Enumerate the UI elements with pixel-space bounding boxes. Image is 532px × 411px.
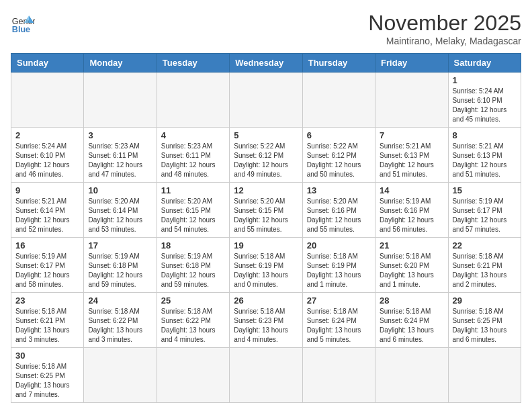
day-number: 7 bbox=[380, 130, 443, 140]
day-number: 18 bbox=[161, 240, 225, 250]
calendar-cell bbox=[157, 73, 229, 128]
day-number: 25 bbox=[161, 295, 225, 306]
day-number: 28 bbox=[380, 295, 443, 306]
day-number: 9 bbox=[15, 185, 79, 195]
day-number: 12 bbox=[234, 185, 298, 195]
day-number: 5 bbox=[234, 130, 298, 140]
day-info: Sunrise: 5:18 AM Sunset: 6:22 PM Dayligh… bbox=[161, 307, 225, 345]
day-info: Sunrise: 5:21 AM Sunset: 6:14 PM Dayligh… bbox=[15, 197, 79, 234]
calendar-cell: 21Sunrise: 5:18 AM Sunset: 6:20 PM Dayli… bbox=[375, 238, 448, 293]
day-info: Sunrise: 5:18 AM Sunset: 6:21 PM Dayligh… bbox=[15, 307, 79, 345]
calendar-cell bbox=[11, 73, 84, 128]
calendar-table: SundayMondayTuesdayWednesdayThursdayFrid… bbox=[11, 53, 521, 403]
calendar-cell bbox=[375, 348, 448, 403]
day-info: Sunrise: 5:21 AM Sunset: 6:13 PM Dayligh… bbox=[453, 142, 517, 179]
day-info: Sunrise: 5:20 AM Sunset: 6:15 PM Dayligh… bbox=[234, 197, 298, 234]
calendar-week-row: 23Sunrise: 5:18 AM Sunset: 6:21 PM Dayli… bbox=[11, 293, 521, 348]
logo: General Blue bbox=[11, 11, 35, 35]
calendar-week-row: 30Sunrise: 5:18 AM Sunset: 6:25 PM Dayli… bbox=[11, 348, 521, 403]
calendar-cell bbox=[448, 348, 521, 403]
calendar-week-row: 16Sunrise: 5:19 AM Sunset: 6:17 PM Dayli… bbox=[11, 238, 521, 293]
day-number: 20 bbox=[307, 240, 371, 250]
calendar-cell: 5Sunrise: 5:22 AM Sunset: 6:12 PM Daylig… bbox=[230, 128, 302, 183]
weekday-header-saturday: Saturday bbox=[448, 54, 521, 73]
day-number: 15 bbox=[453, 185, 517, 195]
calendar-cell: 17Sunrise: 5:19 AM Sunset: 6:18 PM Dayli… bbox=[84, 238, 157, 293]
calendar-cell: 19Sunrise: 5:18 AM Sunset: 6:19 PM Dayli… bbox=[230, 238, 302, 293]
day-info: Sunrise: 5:23 AM Sunset: 6:11 PM Dayligh… bbox=[161, 142, 225, 179]
title-area: November 2025 Maintirano, Melaky, Madaga… bbox=[368, 11, 521, 46]
calendar-cell: 22Sunrise: 5:18 AM Sunset: 6:21 PM Dayli… bbox=[448, 238, 521, 293]
day-number: 30 bbox=[15, 351, 79, 361]
calendar-cell: 7Sunrise: 5:21 AM Sunset: 6:13 PM Daylig… bbox=[375, 128, 448, 183]
day-info: Sunrise: 5:23 AM Sunset: 6:11 PM Dayligh… bbox=[88, 142, 152, 179]
calendar-cell: 28Sunrise: 5:18 AM Sunset: 6:24 PM Dayli… bbox=[375, 293, 448, 348]
calendar-cell bbox=[84, 348, 157, 403]
calendar-cell bbox=[302, 73, 375, 128]
calendar-cell bbox=[302, 348, 375, 403]
day-number: 21 bbox=[380, 240, 443, 250]
calendar-cell: 23Sunrise: 5:18 AM Sunset: 6:21 PM Dayli… bbox=[11, 293, 84, 348]
calendar-cell bbox=[230, 348, 302, 403]
weekday-header-monday: Monday bbox=[84, 54, 157, 73]
day-info: Sunrise: 5:18 AM Sunset: 6:19 PM Dayligh… bbox=[307, 252, 371, 289]
day-info: Sunrise: 5:22 AM Sunset: 6:12 PM Dayligh… bbox=[234, 142, 298, 179]
day-info: Sunrise: 5:21 AM Sunset: 6:13 PM Dayligh… bbox=[380, 142, 443, 179]
day-number: 17 bbox=[88, 240, 152, 250]
day-info: Sunrise: 5:18 AM Sunset: 6:23 PM Dayligh… bbox=[234, 307, 298, 345]
day-number: 19 bbox=[234, 240, 298, 250]
logo-icon: General Blue bbox=[11, 11, 35, 35]
day-info: Sunrise: 5:18 AM Sunset: 6:22 PM Dayligh… bbox=[88, 307, 152, 345]
day-number: 23 bbox=[15, 295, 79, 306]
day-info: Sunrise: 5:20 AM Sunset: 6:14 PM Dayligh… bbox=[88, 197, 152, 234]
calendar-cell: 29Sunrise: 5:18 AM Sunset: 6:25 PM Dayli… bbox=[448, 293, 521, 348]
day-info: Sunrise: 5:24 AM Sunset: 6:10 PM Dayligh… bbox=[15, 142, 79, 179]
day-info: Sunrise: 5:18 AM Sunset: 6:19 PM Dayligh… bbox=[234, 252, 298, 289]
calendar-cell: 27Sunrise: 5:18 AM Sunset: 6:24 PM Dayli… bbox=[302, 293, 375, 348]
day-number: 26 bbox=[234, 295, 298, 306]
calendar-cell: 11Sunrise: 5:20 AM Sunset: 6:15 PM Dayli… bbox=[157, 183, 229, 238]
calendar-cell: 2Sunrise: 5:24 AM Sunset: 6:10 PM Daylig… bbox=[11, 128, 84, 183]
day-number: 27 bbox=[307, 295, 371, 306]
weekday-header-wednesday: Wednesday bbox=[230, 54, 302, 73]
calendar-week-row: 9Sunrise: 5:21 AM Sunset: 6:14 PM Daylig… bbox=[11, 183, 521, 238]
day-number: 24 bbox=[88, 295, 152, 306]
calendar-cell bbox=[230, 73, 302, 128]
calendar-cell: 15Sunrise: 5:19 AM Sunset: 6:17 PM Dayli… bbox=[448, 183, 521, 238]
day-info: Sunrise: 5:19 AM Sunset: 6:17 PM Dayligh… bbox=[15, 252, 79, 289]
day-info: Sunrise: 5:22 AM Sunset: 6:12 PM Dayligh… bbox=[307, 142, 371, 179]
day-number: 13 bbox=[307, 185, 371, 195]
calendar-cell: 20Sunrise: 5:18 AM Sunset: 6:19 PM Dayli… bbox=[302, 238, 375, 293]
day-number: 6 bbox=[307, 130, 371, 140]
day-info: Sunrise: 5:20 AM Sunset: 6:15 PM Dayligh… bbox=[161, 197, 225, 234]
day-info: Sunrise: 5:24 AM Sunset: 6:10 PM Dayligh… bbox=[453, 87, 517, 124]
day-info: Sunrise: 5:18 AM Sunset: 6:21 PM Dayligh… bbox=[453, 252, 517, 289]
month-year-title: November 2025 bbox=[368, 11, 521, 36]
day-info: Sunrise: 5:18 AM Sunset: 6:24 PM Dayligh… bbox=[307, 307, 371, 345]
calendar-cell: 25Sunrise: 5:18 AM Sunset: 6:22 PM Dayli… bbox=[157, 293, 229, 348]
calendar-cell: 13Sunrise: 5:20 AM Sunset: 6:16 PM Dayli… bbox=[302, 183, 375, 238]
day-number: 14 bbox=[380, 185, 443, 195]
calendar-cell: 8Sunrise: 5:21 AM Sunset: 6:13 PM Daylig… bbox=[448, 128, 521, 183]
day-info: Sunrise: 5:18 AM Sunset: 6:24 PM Dayligh… bbox=[380, 307, 443, 345]
day-info: Sunrise: 5:18 AM Sunset: 6:25 PM Dayligh… bbox=[453, 307, 517, 345]
calendar-cell: 9Sunrise: 5:21 AM Sunset: 6:14 PM Daylig… bbox=[11, 183, 84, 238]
day-number: 1 bbox=[453, 75, 517, 85]
day-number: 3 bbox=[88, 130, 152, 140]
weekday-header-tuesday: Tuesday bbox=[157, 54, 229, 73]
calendar-cell bbox=[84, 73, 157, 128]
calendar-week-row: 2Sunrise: 5:24 AM Sunset: 6:10 PM Daylig… bbox=[11, 128, 521, 183]
location-subtitle: Maintirano, Melaky, Madagascar bbox=[368, 36, 521, 46]
day-info: Sunrise: 5:20 AM Sunset: 6:16 PM Dayligh… bbox=[307, 197, 371, 234]
day-number: 8 bbox=[453, 130, 517, 140]
calendar-cell: 14Sunrise: 5:19 AM Sunset: 6:16 PM Dayli… bbox=[375, 183, 448, 238]
svg-text:Blue: Blue bbox=[12, 25, 30, 34]
day-info: Sunrise: 5:19 AM Sunset: 6:16 PM Dayligh… bbox=[380, 197, 443, 234]
calendar-cell: 12Sunrise: 5:20 AM Sunset: 6:15 PM Dayli… bbox=[230, 183, 302, 238]
calendar-week-row: 1Sunrise: 5:24 AM Sunset: 6:10 PM Daylig… bbox=[11, 73, 521, 128]
calendar-cell bbox=[375, 73, 448, 128]
page-header: General Blue November 2025 Maintirano, M… bbox=[11, 11, 521, 46]
calendar-cell: 24Sunrise: 5:18 AM Sunset: 6:22 PM Dayli… bbox=[84, 293, 157, 348]
calendar-cell: 3Sunrise: 5:23 AM Sunset: 6:11 PM Daylig… bbox=[84, 128, 157, 183]
calendar-cell: 1Sunrise: 5:24 AM Sunset: 6:10 PM Daylig… bbox=[448, 73, 521, 128]
